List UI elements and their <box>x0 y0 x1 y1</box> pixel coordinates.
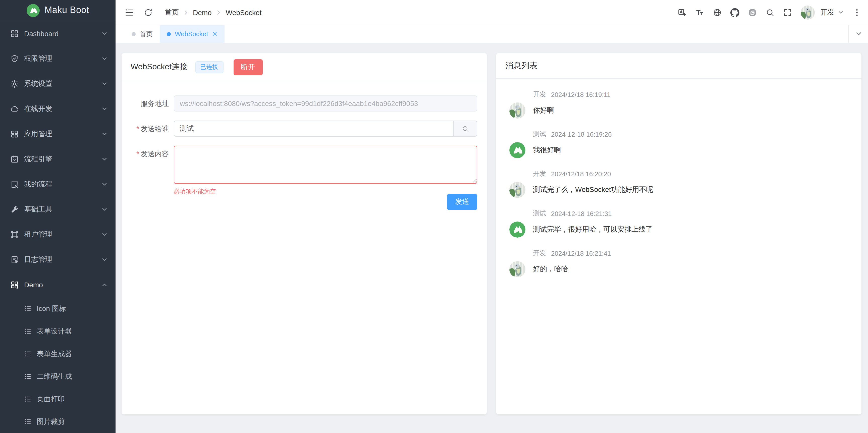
list-icon <box>24 373 32 380</box>
sidebar-item-label: 权限管理 <box>24 54 96 63</box>
validation-error-text: 必填项不能为空 <box>174 186 216 196</box>
sidebar-item-app-management[interactable]: 应用管理 <box>0 122 116 147</box>
chevron-up-icon <box>101 282 107 288</box>
maku-logo-icon <box>26 4 39 17</box>
sidebar-subitem-label: 二维码生成 <box>37 372 72 381</box>
tabs-bar: 首页 WebSocket <box>116 25 868 43</box>
message-item: 开发2024/12/18 16:20:20 测试完了么，WebSocket功能好… <box>505 169 852 198</box>
user-avatar[interactable] <box>801 5 815 19</box>
tabs-dropdown-button[interactable] <box>848 25 868 43</box>
grid-icon <box>10 29 19 38</box>
send-to-input[interactable] <box>174 121 453 136</box>
sidebar-item-label: 系统设置 <box>24 80 96 88</box>
server-url-input[interactable] <box>174 95 477 112</box>
chevron-down-icon <box>101 257 107 263</box>
send-button-row: 发送 <box>131 194 477 210</box>
github-icon[interactable] <box>731 8 739 17</box>
message-item: 开发2024/12/18 16:21:41 好的，哈哈 <box>505 249 852 277</box>
sidebar-item-log-management[interactable]: 日志管理 <box>0 247 116 272</box>
sidebar-subitem-icon[interactable]: Icon 图标 <box>0 298 116 320</box>
chevron-down-icon[interactable] <box>838 9 844 15</box>
sidebar-subitem-label: 图片裁剪 <box>37 417 65 426</box>
message-content-textarea[interactable] <box>174 146 477 184</box>
sidebar-item-label: 日志管理 <box>24 255 96 264</box>
chevron-down-icon <box>101 81 107 87</box>
tab-dot <box>167 32 171 36</box>
message-time: 2024-12-18 16:19:26 <box>551 130 612 138</box>
refresh-icon[interactable] <box>144 8 153 17</box>
sidebar-menu: Dashboard 权限管理 系统设置 在线开发 应用管理 <box>0 21 116 433</box>
message-item: 测试2024-12-18 16:19:26 我很好啊 <box>505 130 852 158</box>
collapse-menu-icon[interactable] <box>125 8 134 17</box>
sidebar-subitem-form-designer[interactable]: 表单设计器 <box>0 320 116 343</box>
main-area: 首页 Demo WebSocket 开发 <box>116 0 868 433</box>
sidebar-item-basic-tools[interactable]: 基础工具 <box>0 197 116 222</box>
sidebar-subitem-qrcode[interactable]: 二维码生成 <box>0 365 116 388</box>
list-icon <box>24 350 32 358</box>
frame-icon <box>10 230 19 239</box>
message-sender: 开发 <box>533 169 546 178</box>
sidebar-subitem-image-crop[interactable]: 图片裁剪 <box>0 410 116 433</box>
message-item: 开发2024/12/18 16:19:11 你好啊 <box>505 90 852 119</box>
user-search-button[interactable] <box>453 121 477 136</box>
list-icon <box>24 418 32 426</box>
breadcrumb-demo[interactable]: Demo <box>193 8 212 16</box>
search-icon[interactable] <box>766 8 775 17</box>
message-text: 你好啊 <box>533 106 554 115</box>
document-check-icon <box>10 255 19 264</box>
send-button[interactable]: 发送 <box>447 194 477 210</box>
user-photo-avatar <box>509 102 525 119</box>
connected-status-badge: 已连接 <box>195 61 223 73</box>
cloud-icon <box>10 104 19 114</box>
tab-home[interactable]: 首页 <box>125 25 160 43</box>
chevron-down-icon <box>101 156 107 162</box>
close-icon[interactable] <box>212 31 218 37</box>
message-text: 好的，哈哈 <box>533 265 568 274</box>
message-content-label: *发送内容 <box>131 146 174 186</box>
form-row-server-url: 服务地址 <box>131 95 477 112</box>
fullscreen-icon[interactable] <box>783 8 792 17</box>
kebab-menu-icon[interactable] <box>852 8 862 17</box>
sidebar-item-my-workflow[interactable]: 我的流程 <box>0 172 116 197</box>
topbar-right: 开发 <box>678 5 862 19</box>
sidebar-item-workflow-engine[interactable]: 流程引擎 <box>0 147 116 172</box>
sidebar-subitem-label: 表单生成器 <box>37 349 72 359</box>
breadcrumb: 首页 Demo WebSocket <box>165 8 261 17</box>
sidebar-subitem-label: 页面打印 <box>37 395 65 404</box>
chevron-down-icon <box>101 231 107 238</box>
message-text: 测试完毕，很好用哈，可以安排上线了 <box>533 225 652 234</box>
websocket-connection-card: WebSocket连接 已连接 断开 服务地址 *发送给谁 <box>122 53 487 414</box>
chevron-down-icon <box>101 131 107 137</box>
font-size-icon[interactable] <box>695 8 704 17</box>
sidebar-item-system-settings[interactable]: 系统设置 <box>0 71 116 96</box>
message-item: 测试2024-12-18 16:21:31 测试完毕，很好用哈，可以安排上线了 <box>505 209 852 238</box>
sidebar-item-label: 流程引擎 <box>24 155 96 164</box>
sidebar-item-label: Demo <box>24 281 96 289</box>
message-time: 2024/12/18 16:20:20 <box>551 170 611 178</box>
sidebar: Maku Boot Dashboard 权限管理 系统设置 在线开发 <box>0 0 116 433</box>
sidebar-item-dashboard[interactable]: Dashboard <box>0 21 116 46</box>
chevron-down-icon <box>101 207 107 213</box>
search-icon <box>461 125 469 132</box>
globe-icon[interactable] <box>713 8 722 17</box>
user-name[interactable]: 开发 <box>820 8 834 17</box>
sidebar-subitem-form-generator[interactable]: 表单生成器 <box>0 343 116 365</box>
chevron-down-icon <box>101 56 107 62</box>
gear-icon <box>10 80 19 88</box>
app-logo[interactable]: Maku Boot <box>0 0 116 21</box>
tab-websocket[interactable]: WebSocket <box>160 25 225 43</box>
apps-grid-icon <box>10 130 19 138</box>
sidebar-item-online-dev[interactable]: 在线开发 <box>0 96 116 122</box>
sidebar-item-permissions[interactable]: 权限管理 <box>0 46 116 71</box>
sidebar-item-demo[interactable]: Demo <box>0 272 116 298</box>
gitee-icon[interactable] <box>748 8 757 17</box>
translate-icon[interactable] <box>678 8 687 17</box>
chevron-down-icon <box>101 181 107 187</box>
disconnect-button[interactable]: 断开 <box>233 59 262 75</box>
document-user-icon <box>10 180 19 189</box>
sidebar-item-tenant-management[interactable]: 租户管理 <box>0 222 116 247</box>
sidebar-item-label: Dashboard <box>24 30 96 38</box>
sidebar-subitem-page-print[interactable]: 页面打印 <box>0 388 116 410</box>
breadcrumb-home[interactable]: 首页 <box>165 8 179 17</box>
sidebar-item-label: 我的流程 <box>24 180 96 189</box>
